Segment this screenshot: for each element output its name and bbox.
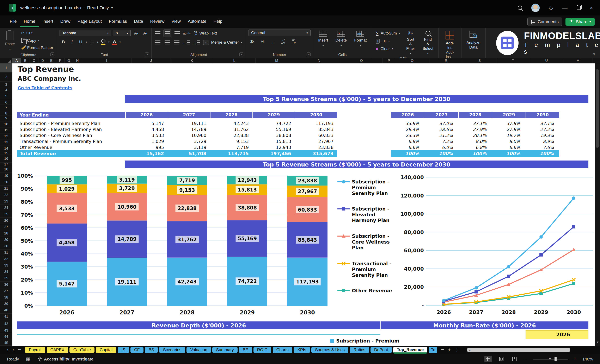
row-header-45[interactable]: 45: [0, 340, 12, 346]
table-cell[interactable]: 995: [125, 145, 168, 150]
sheet-tab-dupont[interactable]: DuPont: [371, 347, 392, 353]
decrease-indent-icon[interactable]: ←: [183, 39, 190, 46]
table-cell[interactable]: 27,967: [295, 139, 337, 144]
diamond-icon[interactable]: ◇: [549, 5, 553, 10]
table-header-year[interactable]: 2028: [210, 112, 253, 118]
row-header-5[interactable]: 5: [0, 92, 12, 100]
new-sheet-button[interactable]: +: [448, 347, 451, 352]
align-top-icon[interactable]: [154, 30, 161, 37]
menu-tab-formulas[interactable]: Formulas: [105, 17, 131, 27]
table-header-year[interactable]: 2027: [168, 112, 210, 118]
pct-cell[interactable]: 37.8%: [492, 121, 525, 126]
borders-button[interactable]: [88, 38, 96, 46]
pct-cell[interactable]: 37.0%: [425, 121, 458, 126]
row-header-39[interactable]: 39: [0, 301, 12, 307]
percent-format-button[interactable]: %: [259, 38, 266, 45]
column-header-B[interactable]: B: [21, 58, 30, 63]
pct-total-cell[interactable]: 100%: [525, 151, 559, 156]
row-header-37[interactable]: 37: [0, 288, 12, 294]
table-cell[interactable]: 19,111: [168, 121, 210, 126]
row-header-36[interactable]: 36: [0, 282, 12, 288]
pct-cell[interactable]: 27.9%: [492, 127, 525, 132]
macro-record-icon[interactable]: ▦: [26, 356, 30, 362]
column-header-U[interactable]: U: [530, 58, 563, 63]
autosum-button[interactable]: ∑AutoSum▾: [375, 29, 401, 37]
pct-total-cell[interactable]: 100%: [458, 151, 492, 156]
sheet-tab-be[interactable]: BE: [239, 347, 252, 353]
column-header-J[interactable]: J: [131, 58, 171, 63]
table-cell[interactable]: 60,833: [295, 133, 337, 138]
sheet-tab-payroll[interactable]: Payroll: [25, 347, 45, 353]
row-header-20[interactable]: 20: [0, 179, 12, 185]
zoom-in-button[interactable]: +: [574, 356, 577, 362]
underline-button[interactable]: U: [77, 38, 84, 46]
row-header-42[interactable]: 42: [0, 320, 12, 328]
pct-header-year[interactable]: 2028: [458, 112, 492, 118]
close-button[interactable]: ×: [590, 5, 593, 10]
menu-tab-view[interactable]: View: [168, 17, 184, 27]
share-button[interactable]: Share ▾: [565, 18, 595, 26]
row-header-24[interactable]: 24: [0, 205, 12, 211]
format-painter-button[interactable]: Format Painter: [20, 45, 55, 51]
column-header-C[interactable]: C: [30, 58, 38, 63]
row-header-16[interactable]: 16: [0, 155, 12, 163]
table-row-label[interactable]: Transactional - Premium Serenity Plan: [17, 138, 125, 144]
column-header-F[interactable]: F: [56, 58, 65, 63]
table-cell[interactable]: 31,762: [210, 127, 253, 132]
bold-button[interactable]: B: [60, 38, 67, 46]
sheet-tab-captable[interactable]: CapTable: [69, 347, 94, 353]
prev-sheet-button[interactable]: ‹: [7, 347, 9, 352]
comma-format-button[interactable]: ,: [269, 38, 277, 45]
total-cell[interactable]: 15,162: [125, 151, 168, 156]
table-header-year[interactable]: 2030: [295, 112, 337, 118]
zoom-slider[interactable]: +: [533, 359, 568, 359]
row-header-3[interactable]: 3: [0, 82, 12, 88]
total-label[interactable]: Total Revenue: [17, 150, 125, 157]
decrease-font-icon[interactable]: A▾: [141, 29, 149, 36]
revenue-table[interactable]: Year Ending20262027202820292030Subscript…: [17, 112, 337, 157]
pct-total-cell[interactable]: 100%: [391, 151, 425, 156]
row-header-1[interactable]: 1: [0, 64, 12, 73]
font-dialog-launcher[interactable]: ↘: [145, 53, 149, 56]
row-header-40[interactable]: 40: [0, 307, 12, 314]
table-cell[interactable]: 3,533: [125, 133, 168, 138]
copy-button[interactable]: Copy▾: [20, 37, 55, 44]
pct-cell[interactable]: 6.6%: [391, 145, 425, 150]
column-header-I[interactable]: I: [82, 58, 131, 63]
pct-cell[interactable]: 29.4%: [391, 127, 425, 132]
scroll-down-icon[interactable]: ▼: [596, 340, 599, 344]
fill-color-button[interactable]: [99, 38, 107, 46]
alignment-dialog-launcher[interactable]: ↘: [239, 53, 243, 56]
row-header-26[interactable]: 26: [0, 218, 12, 224]
align-left-icon[interactable]: [154, 39, 161, 46]
pct-cell[interactable]: 20.1%: [458, 133, 492, 138]
row-header-29[interactable]: 29: [0, 237, 12, 243]
pct-header-year[interactable]: 2027: [425, 112, 458, 118]
pct-cell[interactable]: 37.1%: [525, 121, 559, 126]
table-cell[interactable]: 22,838: [210, 133, 253, 138]
restore-button[interactable]: [577, 6, 581, 10]
delete-cells-button[interactable]: ×Delete▾: [333, 29, 349, 48]
stacked-bar-chart[interactable]: 100%90%80%70%60%50%40%30%20%10%0%5,1474,…: [17, 169, 331, 320]
row-header-28[interactable]: 28: [0, 230, 12, 237]
addins-button[interactable]: Add-ins: [441, 29, 459, 51]
page-layout-view-button[interactable]: [498, 356, 505, 362]
menu-tab-page-layout[interactable]: Page Layout: [74, 17, 105, 27]
table-cell[interactable]: 38,808: [253, 133, 295, 138]
all-sheets-button[interactable]: •••: [18, 347, 21, 352]
sheet-tab-scenarios[interactable]: Scenarios: [159, 347, 185, 353]
column-header-R[interactable]: R: [430, 58, 463, 63]
menu-tab-home[interactable]: Home: [20, 17, 39, 27]
table-row-label[interactable]: Subscription - Elevated Harmony Plan: [17, 127, 125, 132]
paste-button[interactable]: Paste▾: [2, 29, 18, 52]
find-select-button[interactable]: Find &Select ▾: [420, 29, 436, 57]
pct-header-year[interactable]: 2030: [525, 112, 559, 118]
cut-button[interactable]: ✂Cut: [20, 29, 55, 36]
readonly-badge[interactable]: Read-Only: [87, 5, 109, 10]
scroll-left-icon[interactable]: ◂: [469, 348, 470, 352]
column-header-K[interactable]: K: [171, 58, 213, 63]
table-row-label[interactable]: Subscription - Premium Serenity Plan: [17, 120, 125, 127]
row-header-31[interactable]: 31: [0, 250, 12, 256]
row-header-17[interactable]: 17: [0, 163, 12, 166]
row-header-41[interactable]: 41: [0, 314, 12, 320]
